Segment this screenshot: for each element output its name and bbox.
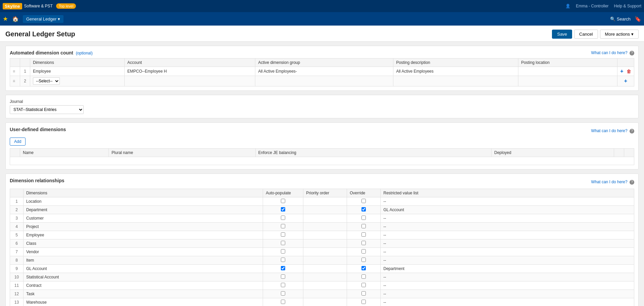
dr-dimension-name: Task [24,290,263,298]
posting-loc-col-header: Posting location [518,59,617,67]
override-checkbox[interactable] [361,216,366,220]
override-checkbox[interactable] [361,291,366,296]
bookmark-button[interactable]: 🔖 [635,16,641,22]
dr-dimension-name: Warehouse [24,298,263,306]
dr-restricted-cell: Department [381,265,634,273]
override-checkbox[interactable] [361,232,366,237]
dr-restricted-cell: -- [381,273,634,281]
user-name-link[interactable]: Emma - Controller [576,4,608,8]
dr-restricted-cell: GL Account [381,206,634,214]
add-user-dim-button[interactable]: Add [10,138,26,146]
row-num: 2 [20,76,30,86]
dr-priority-cell [303,273,347,281]
favorite-button[interactable]: ★ [3,15,8,23]
auto-populate-checkbox[interactable] [281,274,285,279]
override-checkbox[interactable] [361,258,366,262]
dr-override-cell [347,273,381,281]
override-checkbox[interactable] [361,266,366,270]
auto-populate-checkbox[interactable] [281,199,285,203]
home-button[interactable]: 🏠 [11,14,20,24]
page-title: General Ledger Setup [5,30,75,38]
auto-populate-checkbox[interactable] [281,283,285,287]
auto-populate-checkbox[interactable] [281,224,285,228]
module-name: General Ledger [26,16,56,22]
dr-override-cell [347,206,381,214]
skyline-logo: Skyline [3,3,22,9]
override-checkbox[interactable] [361,274,366,279]
dr-dimension-name: Item [24,256,263,265]
dimension-cell: Employee [30,67,125,76]
auto-populate-checkbox[interactable] [281,216,285,220]
override-checkbox[interactable] [361,241,366,245]
user-defined-section: User-defined dimensions What can I do he… [5,122,639,169]
dr-restricted-cell: -- [381,248,634,256]
delete-row-button[interactable]: 🗑 [627,69,631,74]
drag-handle[interactable]: ≡ [10,76,20,86]
auto-populate-checkbox[interactable] [281,291,285,296]
more-actions-button[interactable]: More actions ▾ [600,30,639,39]
dr-restricted-cell: -- [381,281,634,290]
posting-loc-cell [518,67,617,76]
ud-deployed-col: Deployed [491,149,614,157]
account-cell: EMPCO--Employee H [125,67,255,76]
auto-populate-checkbox[interactable] [281,249,285,254]
dr-dimensions-col: Dimensions [24,189,263,197]
override-checkbox[interactable] [361,199,366,203]
add-row-button[interactable]: + [620,68,623,74]
dr-dimension-name: Customer [24,214,263,223]
drag-handle[interactable]: ≡ [10,67,20,76]
override-checkbox[interactable] [361,249,366,254]
search-icon: 🔍 [610,16,615,22]
dr-auto-pop-cell [263,281,303,290]
dimension-select[interactable]: --Select-- [33,77,60,85]
dr-priority-cell [303,248,347,256]
override-checkbox[interactable] [361,283,366,287]
user-dim-empty-row [10,157,634,165]
auto-populate-checkbox[interactable] [281,300,285,304]
dr-auto-pop-cell [263,223,303,231]
row-actions: + [617,76,634,86]
dr-restricted-cell: -- [381,214,634,223]
save-button[interactable]: Save [552,30,572,39]
override-checkbox[interactable] [361,224,366,228]
add-row-button[interactable]: + [624,78,627,84]
auto-populate-checkbox[interactable] [281,232,285,237]
dr-override-cell [347,248,381,256]
journal-select[interactable]: STAT--Statistical EntriesGL--General Led… [10,105,84,114]
header-actions: Save Cancel More actions ▾ [552,30,639,39]
user-dim-header: User-defined dimensions What can I do he… [10,127,634,135]
dr-row-num: 2 [10,206,24,214]
table-row: 11 Contract -- [10,281,634,290]
auto-populate-checkbox[interactable] [281,207,285,212]
dr-row-num: 10 [10,273,24,281]
posting-desc-cell [393,76,518,86]
dr-override-cell [347,197,381,206]
dr-row-num: 12 [10,290,24,298]
auto-populate-checkbox[interactable] [281,258,285,262]
dr-priority-cell [303,298,347,306]
auto-dim-help[interactable]: What can I do here? ? [591,50,634,55]
help-support-link[interactable]: Help & Support [614,4,641,8]
dim-rel-help[interactable]: What can I do here? ? [591,180,634,185]
dr-override-cell [347,290,381,298]
ud-col1 [10,149,20,157]
dr-row-num: 4 [10,223,24,231]
auto-populate-checkbox[interactable] [281,266,285,270]
module-dropdown[interactable]: General Ledger ▾ [23,15,63,23]
app-name: Software & PST [24,4,53,8]
dr-override-cell [347,239,381,248]
dr-priority-cell [303,256,347,265]
actions-col-header [617,59,634,67]
override-checkbox[interactable] [361,207,366,212]
dr-priority-cell [303,239,347,248]
search-button[interactable]: 🔍 Search [610,16,631,22]
auto-dim-header: Automated dimension count (optional) Wha… [10,50,634,55]
main-content: Automated dimension count (optional) Wha… [0,42,644,306]
posting-loc-cell [518,76,617,86]
user-dim-help[interactable]: What can I do here? ? [591,128,634,133]
override-checkbox[interactable] [361,300,366,304]
dr-auto-pop-cell [263,265,303,273]
auto-dim-title: Automated dimension count [10,50,73,55]
auto-populate-checkbox[interactable] [281,241,285,245]
cancel-button[interactable]: Cancel [574,30,598,39]
